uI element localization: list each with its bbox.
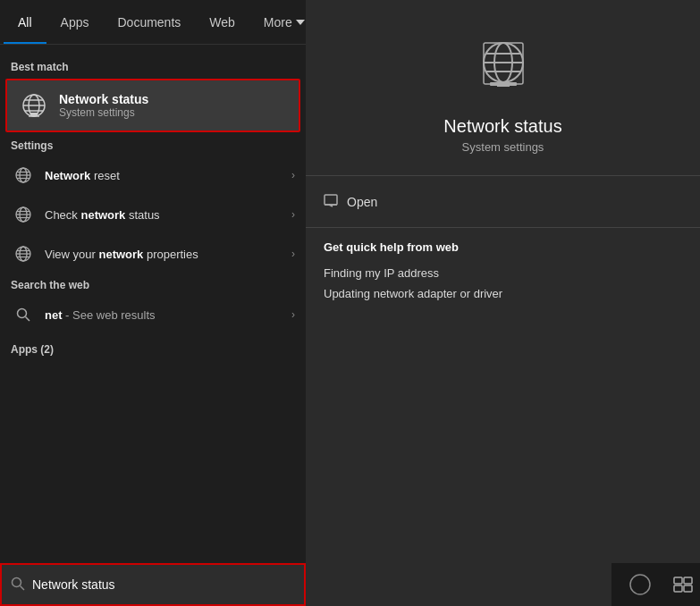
right-actions: Open <box>306 176 700 228</box>
taskbar-cortana-icon[interactable] <box>626 570 654 599</box>
right-subtitle: System settings <box>462 140 544 154</box>
svg-rect-38 <box>674 577 682 584</box>
taskbar-taskview-icon[interactable] <box>669 570 697 599</box>
svg-rect-41 <box>684 585 692 592</box>
tabs-bar: All Apps Documents Web More ··· ✕ <box>0 0 306 45</box>
open-action[interactable]: Open <box>324 189 682 215</box>
left-panel: All Apps Documents Web More ··· ✕ Best m… <box>0 0 306 606</box>
best-match-subtitle: System settings <box>59 106 148 119</box>
chevron-icon-web: › <box>291 308 295 321</box>
right-top: Network status System settings <box>306 0 700 176</box>
open-label: Open <box>347 195 377 209</box>
list-item-text-check-network: Check network status <box>45 208 291 222</box>
svg-rect-39 <box>684 577 692 584</box>
svg-line-23 <box>26 317 30 322</box>
list-item-check-network[interactable]: Check network status › <box>0 195 306 234</box>
best-match-title: Network status <box>59 92 148 106</box>
best-match-item[interactable]: Network status System settings <box>5 79 300 132</box>
right-panel: Network status System settings Open Get … <box>306 0 700 606</box>
list-item-text-network-reset: Network reset <box>45 169 291 182</box>
help-title: Get quick help from web <box>324 240 682 254</box>
list-item-network-reset[interactable]: Network reset › <box>0 156 306 195</box>
search-web-label: Search the web <box>0 274 306 295</box>
help-link-1[interactable]: Finding my IP address <box>324 263 682 283</box>
chevron-icon-2: › <box>291 208 295 221</box>
web-search-item[interactable]: net - See web results › <box>0 295 306 334</box>
settings-label: Settings <box>0 134 306 156</box>
web-item-text: net - See web results <box>45 308 291 322</box>
list-item-view-network[interactable]: View your network properties › <box>0 234 306 274</box>
best-match-label: Best match <box>0 55 306 77</box>
globe-icon-2 <box>11 202 36 227</box>
open-icon <box>324 194 338 209</box>
svg-line-25 <box>21 585 25 590</box>
list-item-text-view-network: View your network properties <box>45 248 291 261</box>
chevron-icon-3: › <box>291 248 295 260</box>
network-status-icon <box>18 89 50 122</box>
search-bar[interactable] <box>0 563 306 606</box>
svg-point-37 <box>630 575 650 594</box>
tab-all[interactable]: All <box>4 0 46 44</box>
help-link-2[interactable]: Updating network adapter or driver <box>324 283 682 304</box>
search-input[interactable] <box>32 577 295 592</box>
svg-point-24 <box>13 577 21 586</box>
tab-web[interactable]: Web <box>195 0 249 44</box>
left-content: Best match Network status System setting… <box>0 45 306 606</box>
svg-rect-40 <box>674 585 682 592</box>
globe-icon-1 <box>11 163 36 188</box>
apps-count-label: Apps (2) <box>0 334 306 359</box>
chevron-icon-1: › <box>291 169 295 181</box>
taskbar <box>611 563 700 606</box>
search-icon <box>11 302 36 327</box>
svg-rect-34 <box>325 195 337 205</box>
globe-icon-3 <box>11 241 36 266</box>
svg-point-22 <box>18 309 27 318</box>
search-bar-icon <box>11 577 25 593</box>
best-match-text: Network status System settings <box>59 92 148 119</box>
tab-apps[interactable]: Apps <box>46 0 104 44</box>
network-status-big-icon <box>472 36 535 102</box>
right-title: Network status <box>443 116 561 137</box>
right-help: Get quick help from web Finding my IP ad… <box>306 228 700 316</box>
tab-documents[interactable]: Documents <box>103 0 195 44</box>
